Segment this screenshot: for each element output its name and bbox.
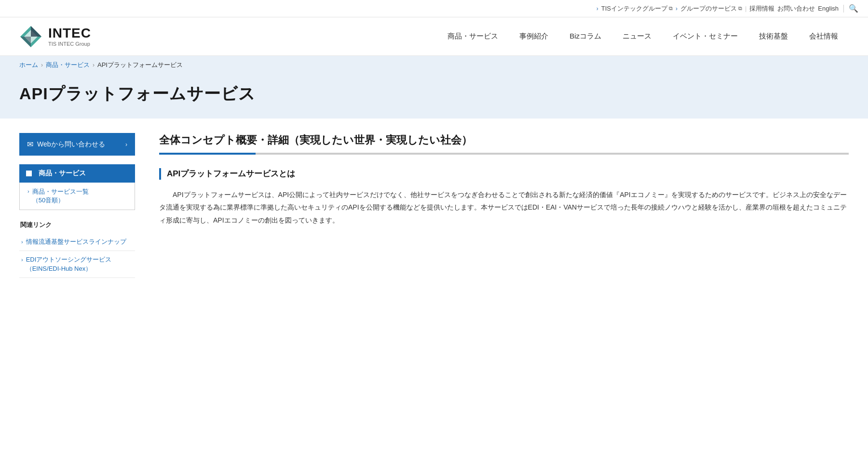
sidebar-related-link-2[interactable]: › EDIアウトソーシングサービス（EINS/EDI-Hub Nex） (19, 251, 135, 278)
sidebar-menu-box: › 商品・サービス一覧 （50音順） (19, 183, 135, 210)
nav-products[interactable]: 商品・サービス (437, 17, 509, 56)
breadcrumb-current: APIプラットフォームサービス (97, 61, 183, 69)
logo-link[interactable]: INTEC TIS INTEC Group (19, 25, 106, 48)
top-bar: › TISインテックグループ ⧉ › グループのサービス ⧉ | 採用情報 お問… (0, 0, 868, 17)
nav-tech[interactable]: 技術基盤 (748, 17, 799, 56)
main-nav: 商品・サービス 事例紹介 Bizコラム ニュース イベント・セミナー 技術基盤 … (106, 17, 849, 56)
ext-icon-2: ⧉ (738, 5, 742, 12)
logo-text: INTEC TIS INTEC Group (48, 26, 91, 47)
recruit-link[interactable]: 採用情報 (749, 4, 774, 13)
svg-marker-3 (20, 37, 31, 47)
tis-group-link[interactable]: TISインテックグループ ⧉ (601, 4, 673, 13)
nav-cases[interactable]: 事例紹介 (509, 17, 559, 56)
top-bar-links: › TISインテックグループ ⧉ › グループのサービス ⧉ | 採用情報 お問… (597, 4, 858, 13)
related-chevron-1: › (21, 238, 23, 246)
article-heading: 全体コンセプト概要・詳細（実現したい世界・実現したい社会） (159, 133, 849, 148)
sidebar-menu-item-1[interactable]: › 商品・サービス一覧 （50音順） (20, 183, 135, 210)
nav-biz[interactable]: Bizコラム (559, 17, 612, 56)
nav-events[interactable]: イベント・セミナー (662, 17, 748, 56)
top-separator-1: | (745, 5, 746, 12)
article-body: APIプラットフォームサービスは、API公開によって社内サービスだけでなく、他社… (159, 188, 849, 227)
english-link[interactable]: English (818, 5, 839, 12)
group-services-link[interactable]: グループのサービス ⧉ (680, 4, 742, 13)
contact-button[interactable]: ✉ Webから問い合わせる › (19, 133, 135, 156)
svg-marker-2 (31, 26, 41, 37)
logo-name: INTEC (48, 26, 91, 40)
contact-link[interactable]: お問い合わせ (777, 4, 815, 13)
nav-news[interactable]: ニュース (612, 17, 662, 56)
logo-subtitle: TIS INTEC Group (48, 41, 91, 47)
page-title: APIプラットフォームサービス (19, 83, 849, 105)
search-icon[interactable]: 🔍 (849, 4, 858, 13)
breadcrumb-sep-2: › (93, 62, 95, 68)
nav-company[interactable]: 会社情報 (799, 17, 849, 56)
logo-icon (19, 25, 42, 48)
sidebar-title-square (26, 171, 32, 176)
related-chevron-2: › (21, 256, 23, 264)
services-chevron: › (676, 5, 678, 12)
top-bar-divider (843, 5, 844, 13)
breadcrumb-products[interactable]: 商品・サービス (46, 61, 90, 69)
sidebar-related-link-1[interactable]: › 情報流通基盤サービスラインナップ (19, 233, 135, 251)
breadcrumb-area: ホーム › 商品・サービス › APIプラットフォームサービス (0, 56, 868, 74)
breadcrumb-sep-1: › (41, 62, 43, 68)
chevron-icon-1: › (27, 188, 29, 194)
article: 全体コンセプト概要・詳細（実現したい世界・実現したい社会） APIプラットフォー… (149, 133, 849, 278)
sidebar-products-title: 商品・サービス (19, 164, 135, 183)
sidebar-related-label: 関連リンク (19, 221, 135, 229)
breadcrumb: ホーム › 商品・サービス › APIプラットフォームサービス (19, 61, 849, 69)
envelope-icon: ✉ (27, 140, 33, 149)
breadcrumb-home[interactable]: ホーム (19, 61, 38, 69)
sidebar: ✉ Webから問い合わせる › 商品・サービス › 商品・サービス一覧 （50音… (19, 133, 135, 278)
group-chevron: › (597, 5, 598, 12)
page-title-area: APIプラットフォームサービス (0, 74, 868, 119)
article-heading-underline (159, 153, 849, 155)
contact-arrow: › (125, 141, 127, 148)
sidebar-menu-label-1: 商品・サービス一覧 （50音順） (32, 187, 89, 205)
article-section-title: APIプラットフォームサービスとは (159, 168, 849, 180)
header: INTEC TIS INTEC Group 商品・サービス 事例紹介 Bizコラ… (0, 17, 868, 56)
content-wrapper: ✉ Webから問い合わせる › 商品・サービス › 商品・サービス一覧 （50音… (0, 119, 868, 292)
ext-icon-1: ⧉ (669, 5, 673, 12)
